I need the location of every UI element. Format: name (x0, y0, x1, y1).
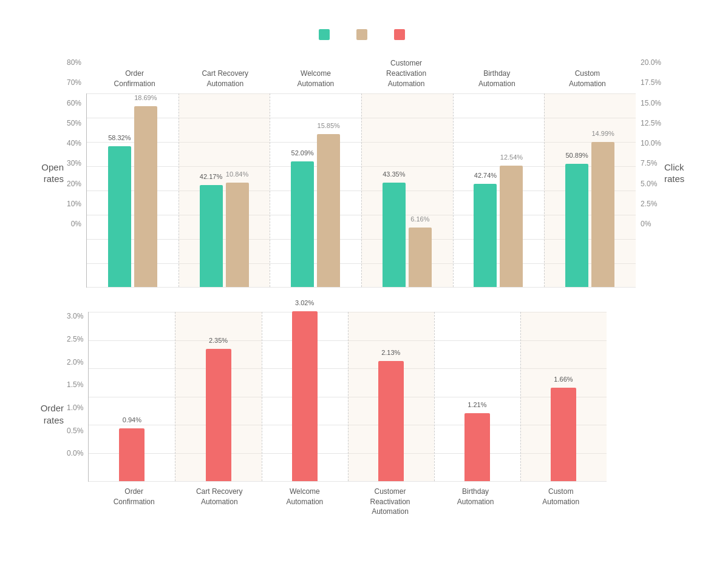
bottom-left-y-ticks: 3.0%2.5%2.0%1.5%1.0%0.5%0.0% (67, 312, 88, 482)
left-tick: 60% (67, 99, 81, 107)
right-tick: 10.0% (641, 139, 661, 147)
bar-group-top-3: 43.35%6.16% (361, 93, 453, 287)
bar-group-top-4: 42.74%12.54% (453, 93, 545, 287)
bottom-left-tick: 2.5% (67, 335, 83, 343)
bar-group-top-0: 58.32%18.69% (87, 93, 179, 287)
bottom-chart-section: Orderrates 3.0%2.5%2.0%1.5%1.0%0.5%0.0% … (12, 312, 716, 516)
left-tick: 30% (67, 159, 81, 167)
right-tick: 0% (641, 220, 651, 228)
open-rate-swatch (319, 29, 330, 40)
bottom-x-label-3: CustomerReactivationAutomation (347, 482, 433, 516)
col-header: OrderConfirmation (89, 58, 180, 89)
bottom-left-tick: 2.0% (67, 358, 83, 366)
legend-open-rate (319, 29, 335, 40)
legend-click-rate (356, 29, 372, 40)
right-tick: 2.5% (641, 200, 657, 208)
left-tick: 40% (67, 139, 81, 147)
bar-group-bottom-2: 3.02% (262, 312, 348, 481)
bottom-left-tick: 0.0% (67, 449, 83, 457)
bar-group-bottom-0: 0.94% (89, 312, 175, 481)
right-tick: 12.5% (641, 119, 661, 127)
left-tick: 20% (67, 180, 81, 188)
right-tick: 20.0% (641, 58, 661, 67)
bottom-x-label-0: OrderConfirmation (91, 482, 177, 516)
right-tick: 15.0% (641, 99, 661, 107)
top-chart-main: OrderConfirmationCart RecoveryAutomation… (86, 58, 636, 288)
col-header: BirthdayAutomation (452, 58, 542, 89)
bar-group-bottom-3: 2.13% (348, 312, 434, 481)
left-tick: 70% (67, 78, 81, 87)
open-rates-label: Openrates (41, 161, 64, 185)
bar-group-top-5: 50.89%14.99% (544, 93, 636, 287)
col-header: Cart RecoveryAutomation (180, 58, 270, 89)
left-tick: 80% (67, 58, 81, 67)
col-header: CustomAutomation (542, 58, 633, 89)
legend-order-rate (394, 29, 410, 40)
top-bars-chart: 58.32%18.69%42.17%10.84%52.09%15.85%43.3… (86, 93, 636, 288)
right-y-ticks: 20.0%17.5%15.0%12.5%10.0%7.5%5.0%2.5%0% (636, 58, 661, 252)
bottom-left-tick: 0.5% (67, 427, 83, 435)
bottom-left-tick: 1.5% (67, 380, 83, 389)
bottom-chart-main: 0.94%2.35%3.02%2.13%1.21%1.66% OrderConf… (88, 312, 607, 516)
bar-group-top-2: 52.09%15.85% (270, 93, 361, 287)
bottom-x-label-1: Cart RecoveryAutomation (177, 482, 262, 516)
bar-group-bottom-1: 2.35% (175, 312, 261, 481)
left-axis-block-bottom: Orderrates (12, 312, 67, 516)
top-chart-section: Openrates 80%70%60%50%40%30%20%10%0% Ord… (12, 58, 716, 288)
click-rate-swatch (356, 29, 367, 40)
bottom-left-tick: 3.0% (67, 312, 83, 320)
right-tick: 7.5% (641, 159, 657, 167)
col-header: CustomerReactivationAutomation (361, 58, 452, 89)
order-rates-label: Orderrates (41, 402, 64, 426)
bar-group-top-1: 42.17%10.84% (179, 93, 270, 287)
order-rate-swatch (394, 29, 405, 40)
bottom-x-label-4: BirthdayAutomation (433, 482, 519, 516)
bottom-x-label-5: CustomAutomation (518, 482, 604, 516)
left-tick: 10% (67, 200, 81, 208)
bottom-bars-chart: 0.94%2.35%3.02%2.13%1.21%1.66% (88, 312, 607, 482)
col-header: WelcomeAutomation (270, 58, 361, 89)
bar-group-bottom-4: 1.21% (434, 312, 520, 481)
left-y-ticks: 80%70%60%50%40%30%20%10%0% (67, 58, 86, 252)
left-axis-block-top: Openrates (12, 58, 67, 288)
right-tick: 17.5% (641, 78, 661, 87)
legend (319, 29, 410, 40)
left-tick: 50% (67, 119, 81, 127)
bottom-left-tick: 1.0% (67, 403, 83, 412)
left-tick: 0% (71, 220, 81, 228)
bottom-x-label-2: WelcomeAutomation (262, 482, 348, 516)
click-rates-label: Clickrates (664, 161, 684, 185)
bar-group-bottom-5: 1.66% (520, 312, 607, 481)
right-axis-block-top: Clickrates (661, 58, 716, 288)
right-tick: 5.0% (641, 180, 657, 188)
